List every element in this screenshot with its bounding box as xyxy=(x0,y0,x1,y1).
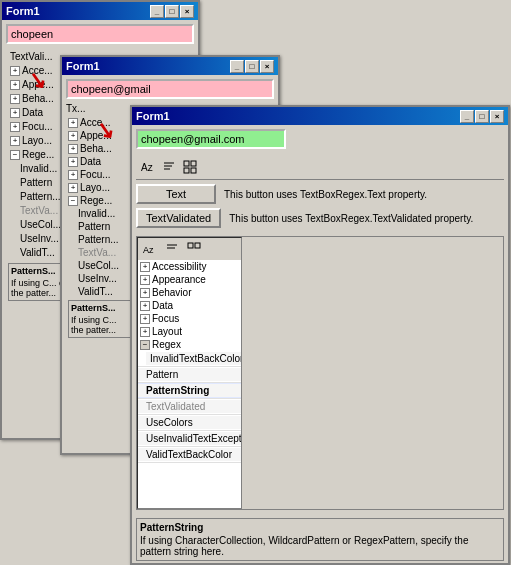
exp-appe2[interactable]: + xyxy=(68,131,78,141)
title-3: Form1 xyxy=(136,110,170,122)
win1-patternstr: Pattern... xyxy=(8,190,63,203)
svg-rect-11 xyxy=(188,243,193,248)
win1-input[interactable]: chopeen xyxy=(6,24,194,44)
title-1: Form1 xyxy=(6,5,40,17)
expand-data3[interactable]: + xyxy=(140,301,150,311)
expand-acce[interactable]: + xyxy=(10,66,20,76)
win3-desc-title: PatternString xyxy=(140,522,500,533)
prop-name-patternstr: PatternString xyxy=(138,384,242,397)
maximize-btn-2[interactable]: □ xyxy=(245,60,259,73)
exp-focu2[interactable]: + xyxy=(68,170,78,180)
titlebar-1: Form1 _ □ × xyxy=(2,2,198,20)
titlebar-buttons-3: _ □ × xyxy=(460,110,504,123)
prop-name-invalid: InvalidTextBackColor xyxy=(146,352,242,365)
cat-grid-btn[interactable] xyxy=(184,239,204,259)
titlebar-3: Form1 _ □ × xyxy=(132,107,508,125)
expand-appearance[interactable]: + xyxy=(140,275,150,285)
win3-body: Az + xyxy=(136,236,504,510)
title-2: Form1 xyxy=(66,60,100,72)
sort-icon xyxy=(162,160,176,174)
win1-left-data: + Data xyxy=(8,106,63,119)
svg-rect-5 xyxy=(191,161,196,166)
toolbar-btn-3[interactable] xyxy=(180,157,200,177)
exp-beha2[interactable]: + xyxy=(68,144,78,154)
validated-btn-desc: This button uses TextBoxRegex.TextValida… xyxy=(229,213,473,224)
win1-left-textval: TextVali... xyxy=(8,50,63,63)
win2-tx: Tx... xyxy=(66,103,85,114)
svg-rect-6 xyxy=(184,168,189,173)
cat-data[interactable]: + Data xyxy=(138,299,241,312)
svg-rect-7 xyxy=(191,168,196,173)
cat-regex[interactable]: − Regex xyxy=(138,338,241,351)
win1-validt: ValidT... xyxy=(8,246,63,259)
win1-left-focu: + Focu... xyxy=(8,120,63,133)
grid-icon xyxy=(183,160,197,174)
cat-focus[interactable]: + Focus xyxy=(138,312,241,325)
expand-focus[interactable]: + xyxy=(140,314,150,324)
win3-top: chopeen@gmail.com Az xyxy=(132,125,508,236)
cat-layout[interactable]: + Layout xyxy=(138,325,241,338)
prop-usecolors: UseColors True xyxy=(138,415,241,431)
btn-row-validated: TextValidated This button uses TextBoxRe… xyxy=(136,208,504,228)
expand-accessibility[interactable]: + xyxy=(140,262,150,272)
cat-sort-icon xyxy=(165,242,179,256)
win3-toolbar: Az xyxy=(136,155,504,180)
cat-behavior[interactable]: + Behavior xyxy=(138,286,241,299)
minimize-btn-3[interactable]: _ xyxy=(460,110,474,123)
maximize-btn-3[interactable]: □ xyxy=(475,110,489,123)
close-btn-3[interactable]: × xyxy=(490,110,504,123)
prop-name-validcolor: ValidTextBackColor xyxy=(138,448,242,461)
win3-input[interactable]: chopeen@gmail.com xyxy=(136,129,286,149)
win1-useinv: UseInv... xyxy=(8,232,63,245)
expand-rege[interactable]: − xyxy=(10,150,20,160)
prop-name-usecolors: UseColors xyxy=(138,416,242,429)
minimize-btn-1[interactable]: _ xyxy=(150,5,164,18)
toolbar-btn-1[interactable]: Az xyxy=(138,157,158,177)
category-list: Az + xyxy=(137,237,242,509)
prop-validcolor: ValidTextBackColor LightGreen xyxy=(138,447,241,463)
expand-regex[interactable]: − xyxy=(140,340,150,350)
svg-text:Az: Az xyxy=(141,162,153,173)
cat-sort-btn[interactable] xyxy=(162,239,182,259)
win1-pattern: Pattern xyxy=(8,176,63,189)
prop-useinvalidex: UseInvalidTextException True xyxy=(138,431,241,447)
prop-name-useinvalidex: UseInvalidTextException xyxy=(138,432,242,445)
expand-layo[interactable]: + xyxy=(10,136,20,146)
text-button[interactable]: Text xyxy=(136,184,216,204)
titlebar-2: Form1 _ □ × xyxy=(62,57,278,75)
prop-name-pattern: Pattern xyxy=(138,368,242,381)
minimize-btn-2[interactable]: _ xyxy=(230,60,244,73)
win2-input[interactable]: chopeen@gmail xyxy=(66,79,274,99)
cat-toolbar: Az xyxy=(138,238,241,260)
text-btn-desc: This button uses TextBoxRegex.Text prope… xyxy=(224,189,427,200)
win1-left-rege: − Rege... xyxy=(8,148,63,161)
expand-beha[interactable]: + xyxy=(10,94,20,104)
expand-appe[interactable]: + xyxy=(10,80,20,90)
win3-inner: chopeen@gmail.com Az xyxy=(132,125,508,563)
toolbar-btn-2[interactable] xyxy=(159,157,179,177)
win1-usecol: UseCol... xyxy=(8,218,63,231)
cat-appearance[interactable]: + Appearance xyxy=(138,273,241,286)
svg-rect-4 xyxy=(184,161,189,166)
close-btn-1[interactable]: × xyxy=(180,5,194,18)
prop-patternstr[interactable]: PatternString *@?????.com xyxy=(138,383,241,399)
win1-textva: TextVa... xyxy=(8,204,63,217)
exp-data2[interactable]: + xyxy=(68,157,78,167)
expand-focu[interactable]: + xyxy=(10,122,20,132)
expand-behavior[interactable]: + xyxy=(140,288,150,298)
exp-layo2[interactable]: + xyxy=(68,183,78,193)
win1-left-layo: + Layo... xyxy=(8,134,63,147)
expand-data[interactable]: + xyxy=(10,108,20,118)
cat-az-btn[interactable]: Az xyxy=(140,239,160,259)
textvalidated-button[interactable]: TextValidated xyxy=(136,208,221,228)
maximize-btn-1[interactable]: □ xyxy=(165,5,179,18)
prop-invalid-color: InvalidTextBackColor LightPink xyxy=(138,351,241,367)
svg-text:Az: Az xyxy=(143,245,154,255)
exp-rege2[interactable]: − xyxy=(68,196,78,206)
close-btn-2[interactable]: × xyxy=(260,60,274,73)
win3-desc-text: If using CharacterCollection, WildcardPa… xyxy=(140,535,500,557)
cat-accessibility[interactable]: + Accessibility xyxy=(138,260,241,273)
exp-acce2[interactable]: + xyxy=(68,118,78,128)
window-3: Form1 _ □ × chopeen@gmail.com Az xyxy=(130,105,510,565)
expand-layout[interactable]: + xyxy=(140,327,150,337)
